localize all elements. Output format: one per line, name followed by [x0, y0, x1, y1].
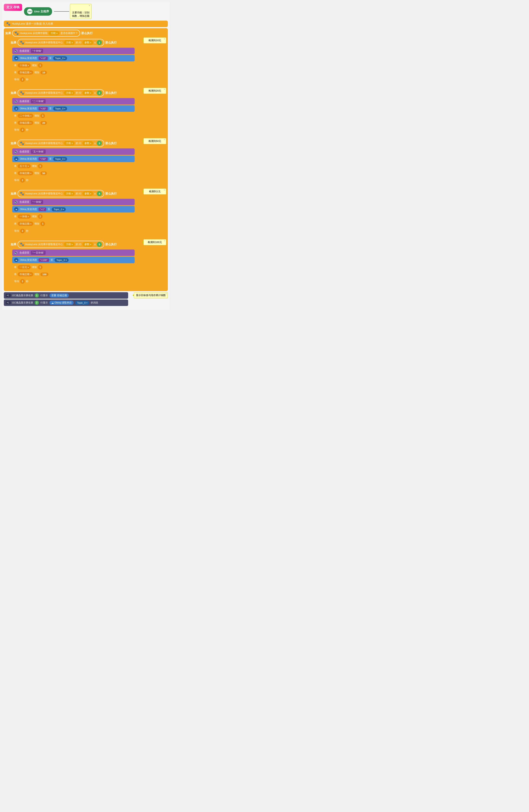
sound-block-2[interactable]: 🔊 合成语音 "二十块钱"	[12, 98, 135, 104]
obloq-icon-2: ☁	[14, 106, 18, 111]
param-sel-b3[interactable]: 参数	[83, 141, 93, 146]
wait-block-1[interactable]: 等待 2 秒	[12, 76, 135, 83]
close-icon-bottom[interactable]: ×	[165, 293, 167, 295]
comment-50yuan: × 检测到50元	[143, 138, 166, 144]
top-if-outer: 如果 🐾 HuskyLens 从结果中获取 方框 是否在画面中？ 那么执行 如果	[4, 28, 168, 291]
if-block-1-container: 如果 🐾 HuskyLens 从结果中获取靠近中心 方框 的 ID 参数 = 1…	[9, 38, 166, 87]
obloq-block-3[interactable]: ☁ Obloq 发送消息 "+50" 至 Topic_0	[12, 156, 135, 162]
obloq-block-2[interactable]: ☁ Obloq 发送消息 "+20" 至 Topic_0	[12, 105, 135, 112]
var-chip-4b[interactable]: 存储总额	[18, 222, 33, 226]
sound-block-1[interactable]: 🔊 合成语音 "十块钱"	[12, 48, 135, 54]
obloq-read-icon: ☁	[51, 301, 54, 304]
uno-icon: UNO	[27, 9, 32, 14]
set-block-4a[interactable]: 将 一块钱 增加 1	[12, 213, 135, 220]
close-icon-5[interactable]: ×	[164, 240, 165, 242]
frame-sel-b1[interactable]: 方框	[64, 40, 75, 45]
set-block-4b[interactable]: 将 存储总额 增加 1	[12, 220, 135, 227]
sound-block-3[interactable]: 🔊 合成语音 "五十块钱"	[12, 148, 135, 155]
i2c-block-2[interactable]: I²C I2C液晶显示屏在第 2 行显示 ☁ Obloq 读取来自 Topic_…	[4, 300, 128, 306]
if-block-4: 如果 🐾 HuskyLens 从结果中获取靠近中心 方框 的 ID 参数 = 4…	[9, 188, 138, 238]
obloq-msg-3: "+50"	[39, 157, 47, 161]
if-block-5-container: 如果 🐾 HuskyLens 从结果中获取靠近中心 方框 的 ID 参数 = 5…	[9, 239, 166, 288]
obloq-block-4[interactable]: ☁ Obloq 发送消息 "+1" 至 Topic_0	[12, 206, 135, 213]
sound-val-5: "一百块钱"	[31, 251, 46, 255]
var-chip-3a[interactable]: 五十元	[18, 164, 31, 168]
wait-block-5[interactable]: 等待 2 秒	[12, 278, 135, 285]
var-chip-3b[interactable]: 存储总额	[18, 171, 33, 175]
obloq-block-1[interactable]: ☁ Obloq 发送消息 "+10" 至 Topic_0	[12, 55, 135, 61]
obloq-icon-1: ☁	[14, 56, 18, 60]
topic-sel-2[interactable]: Topic_0	[53, 107, 67, 111]
top-if-header: 如果 🐾 HuskyLens 从结果中获取 方框 是否在画面中？ 那么执行	[5, 29, 166, 38]
frame-select-1[interactable]: 方框	[49, 31, 59, 35]
obloq-msg-2: "+20"	[39, 107, 47, 111]
comment-1yuan: × 检测到1元	[143, 188, 166, 194]
param-sel-b4[interactable]: 参数	[83, 191, 93, 196]
comment-20yuan: × 检测到20元	[143, 88, 166, 94]
wait-block-3[interactable]: 等待 2 秒	[12, 177, 135, 184]
i2c-block-1[interactable]: I²C I2C液晶显示屏在第 1 行显示 变量 存储总额	[4, 292, 128, 299]
frame-sel-b3[interactable]: 方框	[64, 141, 75, 146]
param-sel-b1[interactable]: 参数	[83, 40, 93, 45]
obloq-msg-1: "+10"	[39, 56, 47, 60]
var-chip-5b[interactable]: 存储总额	[18, 272, 33, 276]
topic-sel-3[interactable]: Topic_0	[53, 157, 67, 161]
set-block-3a[interactable]: 将 五十元 增加 1	[12, 163, 135, 169]
sound-block-5[interactable]: 🔊 合成语音 "一百块钱"	[12, 249, 135, 256]
speaker-icon-4: 🔊	[14, 200, 18, 204]
num-circle-b1: 1	[97, 40, 102, 45]
frame-sel-b2[interactable]: 方框	[64, 91, 75, 95]
speaker-icon-5: 🔊	[14, 251, 18, 255]
var-chip-5a[interactable]: 一百元	[18, 265, 31, 269]
if-block-4-container: 如果 🐾 HuskyLens 从结果中获取靠近中心 方框 的 ID 参数 = 4…	[9, 188, 166, 238]
var-display-chip-1[interactable]: 变量 存储总额	[49, 293, 69, 298]
sound-val-2: "二十块钱"	[31, 99, 46, 103]
var-chip-4a[interactable]: 一块钱	[18, 214, 31, 219]
husky-in-frame-block[interactable]: 🐾 HuskyLens 从结果中获取 方框 是否在画面中？	[12, 30, 80, 37]
wait-block-2[interactable]: 等待 2 秒	[12, 127, 135, 133]
var-chip-1a[interactable]: 十块钱	[18, 63, 31, 68]
close-icon-3[interactable]: ×	[164, 139, 165, 141]
i2c-icon-1: I²C	[6, 294, 11, 297]
set-block-1b[interactable]: 将 存储总额 增加 10	[12, 70, 135, 75]
var-chip-2b[interactable]: 存储总额	[18, 121, 33, 125]
set-block-1a[interactable]: 将 十块钱 增加 1	[12, 62, 135, 69]
define-save-block[interactable]: 定义 存钱	[4, 4, 22, 11]
row-num-1: 1	[35, 293, 39, 298]
if-block-5: 如果 🐾 HuskyLens 从结果中获取靠近中心 方框 的 ID 参数 = 5…	[9, 239, 138, 288]
huskylens-request-block[interactable]: 🐾 HuskyLens 请求一次数据 存入结果	[4, 20, 168, 27]
set-block-5a[interactable]: 将 一百元 增加 1	[12, 264, 135, 271]
set-block-3b[interactable]: 将 存储总额 增加 50	[12, 170, 135, 176]
var-chip-2a[interactable]: 二十块钱	[18, 114, 33, 118]
topic-sel-5[interactable]: Topic_0	[55, 258, 69, 262]
obloq-msg-4: "+1"	[39, 207, 46, 211]
set-block-5b[interactable]: 将 存储总额 增加 100	[12, 271, 135, 277]
close-icon-1[interactable]: ×	[164, 38, 165, 40]
sound-val-4: "一块钱"	[31, 200, 43, 204]
wait-block-4[interactable]: 等待 2 秒	[12, 228, 135, 234]
obloq-block-5[interactable]: ☁ Obloq 发送消息 "+100" 至 Topic_0	[12, 257, 135, 263]
frame-sel-b4[interactable]: 方框	[64, 191, 75, 196]
topic-sel-i2c[interactable]: Topic_0	[75, 301, 89, 305]
i2c-blocks-area: I²C I2C液晶显示屏在第 1 行显示 变量 存储总额 I²C I2C液晶显示…	[4, 292, 128, 307]
var-chip-1b[interactable]: 存储总额	[18, 70, 33, 75]
obloq-read-chip[interactable]: ☁ Obloq 读取来自	[49, 301, 74, 305]
if-block-2-container: 如果 🐾 HuskyLens 从结果中获取靠近中心 方框 的 ID 参数 = 2…	[9, 88, 166, 137]
close-icon[interactable]: ×	[89, 4, 90, 7]
main-comment-box: × 主要功能：识别 钱数，增加总额	[70, 4, 91, 19]
param-sel-b5[interactable]: 参数	[83, 242, 93, 247]
close-icon-2[interactable]: ×	[164, 88, 165, 90]
obloq-icon-3: ☁	[14, 157, 18, 161]
close-icon-4[interactable]: ×	[164, 189, 165, 191]
frame-sel-b5[interactable]: 方框	[64, 242, 75, 247]
uno-main-block[interactable]: UNO Uno 主程序	[24, 7, 52, 16]
topic-sel-4[interactable]: Topic_0	[52, 207, 66, 211]
set-block-2b[interactable]: 将 存储总额 增加 20	[12, 120, 135, 126]
sound-block-4[interactable]: 🔊 合成语音 "一块钱"	[12, 199, 135, 205]
num-circle-b3: 3	[97, 141, 102, 146]
topic-sel-1[interactable]: Topic_0	[53, 56, 67, 60]
param-sel-b2[interactable]: 参数	[83, 91, 93, 95]
comment-10yuan: × 检测到10元	[143, 38, 166, 43]
num-circle-b4: 4	[97, 191, 102, 196]
set-block-2a[interactable]: 将 二十块钱 增加 1	[12, 113, 135, 119]
